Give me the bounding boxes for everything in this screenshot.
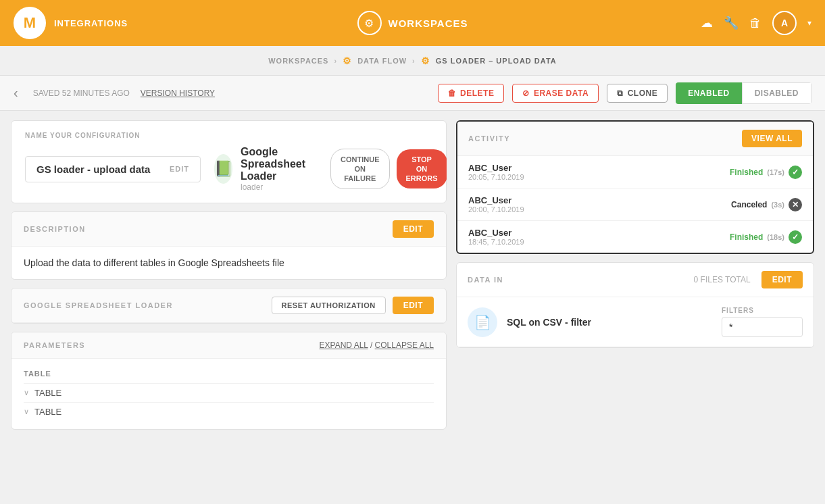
clone-label: CLONE [628, 89, 658, 98]
config-section-label: NAME YOUR CONFIGURATION [25, 132, 432, 139]
app-type: loader [241, 182, 317, 192]
activity-user-1: ABC_User [468, 163, 524, 173]
config-name-box: GS loader - upload data EDIT [25, 156, 201, 182]
data-in-panel: DATA IN 0 FILES TOTAL EDIT 📄 SQL on CSV … [456, 262, 814, 348]
filters-group: FILTERS [722, 307, 803, 337]
chevron-down-icon[interactable]: ▾ [807, 18, 811, 28]
description-title: DESCRIPTION [24, 225, 86, 233]
stop-on-errors-button[interactable]: STOP ONERRORS [397, 149, 447, 189]
data-flow-icon: ⚙ [343, 55, 352, 66]
description-card: DESCRIPTION EDIT Upload the data to diff… [11, 211, 447, 280]
breadcrumb-sep-2: › [412, 57, 416, 65]
data-in-count: 0 FILES TOTAL [694, 275, 751, 284]
nav-center: ⚙ WORKSPACES [357, 11, 468, 35]
clone-icon: ⧉ [617, 89, 624, 98]
main-content: NAME YOUR CONFIGURATION GS loader - uplo… [0, 111, 825, 504]
parameters-header: PARAMETERS EXPAND ALL / COLLAPSE ALL [11, 332, 446, 359]
activity-status-3: Finished (18s) ✓ [730, 230, 802, 244]
activity-time-1: 20:05, 7.10.2019 [468, 173, 524, 181]
logo-letter: M [24, 14, 36, 32]
activity-header: ACTIVITY VIEW ALL [457, 122, 813, 156]
back-button[interactable]: ‹ [14, 85, 18, 101]
nav-right: ☁ 🔧 🗑 A ▾ [701, 11, 811, 35]
continue-on-failure-button[interactable]: CONTINUE ONFAILURE [330, 149, 389, 190]
trash-icon[interactable]: 🗑 [749, 16, 761, 30]
activity-status-1: Finished (17s) ✓ [730, 166, 802, 179]
avatar[interactable]: A [772, 11, 797, 35]
clone-button[interactable]: ⧉ CLONE [607, 84, 668, 103]
activity-status-2: Canceled (3s) ✕ [731, 198, 802, 211]
sql-filter-name: SQL on CSV - filter [507, 317, 712, 328]
gs-loader-title: GOOGLE SPREADSHEET LOADER [24, 301, 173, 309]
config-name-edit[interactable]: EDIT [170, 165, 189, 173]
param-label-2: TABLE [34, 407, 61, 417]
app-icon: 📗 [214, 154, 232, 184]
param-row-2[interactable]: ∨ TABLE [24, 402, 434, 421]
activity-time-2: 20:00, 7.10.2019 [468, 205, 524, 213]
gs-loader-header: GOOGLE SPREADSHEET LOADER RESET AUTHORIZ… [11, 288, 446, 323]
data-in-header: DATA IN 0 FILES TOTAL EDIT [457, 263, 814, 297]
reset-authorization-button[interactable]: RESET AUTHORIZATION [272, 297, 386, 314]
activity-title: ACTIVITY [468, 134, 510, 143]
breadcrumb-dataflow[interactable]: DATA FLOW [357, 57, 407, 65]
erase-label: ERASE DATA [534, 89, 589, 98]
param-row-1[interactable]: ∨ TABLE [24, 383, 434, 402]
delete-icon: 🗑 [448, 89, 457, 98]
logo[interactable]: M [14, 7, 46, 39]
parameters-title: PARAMETERS [24, 341, 85, 349]
erase-data-button[interactable]: ⊘ ERASE DATA [512, 84, 599, 103]
wrench-icon[interactable]: 🔧 [724, 16, 739, 30]
top-nav: M INTEGRATIONS ⚙ WORKSPACES ☁ 🔧 🗑 A ▾ [0, 0, 825, 46]
sql-filter-row: 📄 SQL on CSV - filter FILTERS [457, 297, 814, 347]
activity-panel: ACTIVITY VIEW ALL ABC_User 20:05, 7.10.2… [456, 120, 814, 254]
activity-user-3: ABC_User [468, 228, 524, 238]
run-controls: CONTINUE ONFAILURE STOP ONERRORS ▶ ▶ RUN [330, 149, 447, 190]
data-in-title: DATA IN [468, 276, 503, 284]
param-table-header: TABLE [24, 367, 434, 383]
right-column: ACTIVITY VIEW ALL ABC_User 20:05, 7.10.2… [456, 120, 814, 495]
description-body: Upload the data to different tables in G… [11, 247, 446, 279]
activity-time-3: 18:45, 7.10.2019 [468, 238, 524, 246]
delete-button[interactable]: 🗑 DELETE [438, 84, 505, 103]
cloud-icon[interactable]: ☁ [701, 16, 713, 30]
enabled-disabled-toggle: ENABLED DISABLED [676, 82, 811, 104]
version-history-link[interactable]: VERSION HISTORY [141, 89, 215, 98]
gs-loader-card: GOOGLE SPREADSHEET LOADER RESET AUTHORIZ… [11, 288, 447, 324]
data-in-edit-button[interactable]: EDIT [761, 271, 803, 288]
description-header: DESCRIPTION EDIT [11, 212, 446, 247]
description-text: Upload the data to different tables in G… [24, 257, 284, 268]
status-badge-2: ✕ [789, 198, 802, 211]
param-label-1: TABLE [34, 388, 61, 398]
params-separator: / [370, 341, 375, 350]
param-chevron-2: ∨ [24, 407, 29, 416]
integrations-label: INTEGRATIONS [54, 18, 128, 28]
status-duration-3: (18s) [767, 233, 784, 241]
app-name: Google Spreadsheet Loader [241, 146, 317, 182]
left-column: NAME YOUR CONFIGURATION GS loader - uplo… [11, 120, 447, 495]
breadcrumb-workspaces[interactable]: WORKSPACES [268, 57, 328, 65]
filters-label: FILTERS [722, 307, 803, 314]
parameters-body: TABLE ∨ TABLE ∨ TABLE [11, 359, 446, 429]
workspaces-label: WORKSPACES [388, 18, 468, 29]
description-edit-button[interactable]: EDIT [393, 220, 434, 238]
status-duration-2: (3s) [771, 201, 784, 209]
filters-input[interactable] [722, 317, 803, 337]
disabled-button[interactable]: DISABLED [742, 82, 811, 104]
workspaces-icon[interactable]: ⚙ [357, 11, 381, 35]
config-name-text: GS loader - upload data [36, 163, 150, 175]
activity-row-3: ABC_User 18:45, 7.10.2019 Finished (18s)… [457, 221, 813, 253]
view-all-button[interactable]: VIEW ALL [742, 130, 802, 147]
collapse-all-link[interactable]: COLLAPSE ALL [375, 341, 434, 350]
status-badge-3: ✓ [789, 230, 802, 244]
app-info: 📗 Google Spreadsheet Loader loader [214, 146, 317, 192]
erase-icon: ⊘ [522, 89, 530, 98]
activity-user-2: ABC_User [468, 195, 524, 205]
enabled-button[interactable]: ENABLED [676, 82, 742, 104]
activity-row-1: ABC_User 20:05, 7.10.2019 Finished (17s)… [457, 156, 813, 188]
breadcrumb-sep-1: › [334, 57, 337, 65]
parameters-links: EXPAND ALL / COLLAPSE ALL [320, 341, 434, 350]
parameters-card: PARAMETERS EXPAND ALL / COLLAPSE ALL TAB… [11, 332, 447, 430]
activity-row-2: ABC_User 20:00, 7.10.2019 Canceled (3s) … [457, 188, 813, 221]
expand-all-link[interactable]: EXPAND ALL [320, 341, 368, 350]
gs-loader-edit-button[interactable]: EDIT [393, 297, 434, 314]
